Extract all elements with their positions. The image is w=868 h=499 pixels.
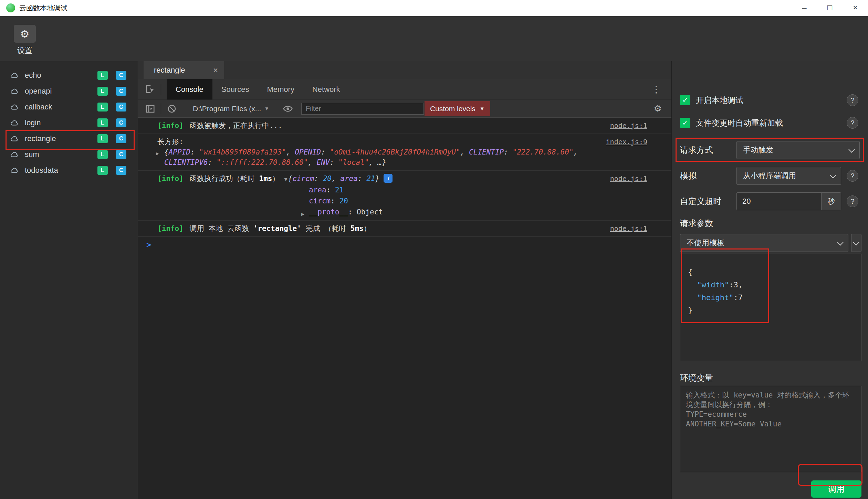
help-icon[interactable]: ? bbox=[847, 117, 858, 129]
params-template-select[interactable]: 不使用模板 bbox=[680, 234, 848, 252]
source-link[interactable]: node.js:1 bbox=[610, 120, 647, 131]
kebab-menu-icon[interactable]: ⋮ bbox=[651, 84, 661, 95]
close-button[interactable]: × bbox=[843, 0, 868, 16]
message-line: [info]函数执行成功（耗时 1ms）▼{circm: 20, area: 2… bbox=[157, 173, 603, 184]
function-item-todosdata[interactable]: todosdata L C bbox=[0, 162, 138, 178]
request-params-label: 请求参数 bbox=[680, 218, 713, 229]
help-icon[interactable]: ? bbox=[847, 170, 858, 182]
console-sidebar-icon[interactable] bbox=[145, 104, 155, 114]
tab-close-icon[interactable]: × bbox=[213, 65, 218, 75]
function-item-callback[interactable]: callback L C bbox=[0, 99, 138, 115]
app-window: ⚙ 设置 echo L C openapi L C bbox=[0, 16, 868, 499]
function-item-login[interactable]: login L C bbox=[0, 115, 138, 131]
cloud-icon bbox=[10, 103, 19, 112]
invoke-button[interactable]: 调用 bbox=[811, 480, 861, 498]
local-badge[interactable]: L bbox=[97, 103, 108, 112]
source-link[interactable]: node.js:1 bbox=[610, 173, 647, 184]
local-badge[interactable]: L bbox=[97, 87, 108, 96]
collapse-arrow-icon[interactable]: ▼ bbox=[284, 176, 287, 182]
json-line: "height":7 bbox=[688, 291, 854, 304]
expand-arrow-icon[interactable]: ▶ bbox=[156, 148, 159, 159]
auto-reload-checkbox[interactable]: ✓ bbox=[680, 118, 690, 128]
function-item-openapi[interactable]: openapi L C bbox=[0, 83, 138, 99]
javascript-context-dropdown[interactable]: D:\Program Files (x... ▾ bbox=[193, 105, 268, 113]
message-text: 调用 本地 云函数 'rectangle' 完成 （耗时 5ms） bbox=[190, 224, 371, 233]
function-item-rectangle[interactable]: rectangle L C bbox=[0, 131, 138, 147]
source-link[interactable]: node.js:1 bbox=[610, 223, 647, 234]
object-proto-row[interactable]: ▶__proto__: Object bbox=[309, 206, 603, 217]
function-item-sum[interactable]: sum L C bbox=[0, 147, 138, 162]
object-property[interactable]: circm: 20 bbox=[309, 195, 603, 206]
timeout-input[interactable] bbox=[737, 193, 821, 210]
settings-button[interactable]: ⚙ bbox=[14, 25, 36, 43]
console-message: [info]函数被触发，正在执行中... node.js:1 bbox=[138, 118, 671, 134]
source-link[interactable]: index.js:9 bbox=[606, 137, 647, 147]
function-badges: L C bbox=[97, 166, 126, 175]
object-preview[interactable]: {APPID: "wx14b895f089afa193", OPENID: "o… bbox=[164, 148, 578, 167]
object-preview[interactable]: {circm: 20, area: 21} bbox=[288, 174, 379, 183]
request-params-editor[interactable]: { "width":3, "height":7} bbox=[680, 254, 861, 361]
help-icon[interactable]: ? bbox=[847, 94, 858, 106]
console-settings-gear-icon[interactable]: ⚙ bbox=[654, 103, 662, 114]
object-log: ▶ {APPID: "wx14b895f089afa193", OPENID: … bbox=[157, 147, 603, 168]
env-vars-label: 环境变量 bbox=[680, 372, 713, 383]
function-item-echo[interactable]: echo L C bbox=[0, 67, 138, 83]
info-level-badge: [info] bbox=[157, 224, 184, 233]
local-badge[interactable]: L bbox=[97, 134, 108, 143]
log-levels-button[interactable]: Custom levels ▼ bbox=[425, 101, 490, 116]
cloud-badge[interactable]: C bbox=[116, 118, 126, 127]
tab-memory[interactable]: Memory bbox=[258, 79, 303, 99]
object-property[interactable]: area: 21 bbox=[309, 184, 603, 195]
expand-arrow-icon[interactable]: ▶ bbox=[301, 209, 304, 220]
tab-console[interactable]: Console bbox=[167, 79, 212, 99]
auto-reload-label: 文件变更时自动重新加载 bbox=[696, 118, 783, 128]
tab-sources[interactable]: Sources bbox=[212, 79, 258, 99]
message-text: 函数执行成功（耗时 1ms） bbox=[190, 174, 280, 183]
function-name: rectangle bbox=[25, 131, 56, 147]
cloud-badge[interactable]: C bbox=[116, 87, 126, 96]
tab-rectangle[interactable]: rectangle × bbox=[144, 61, 224, 79]
json-line: "width":3, bbox=[688, 278, 854, 291]
local-badge[interactable]: L bbox=[97, 71, 108, 80]
function-name: todosdata bbox=[25, 162, 58, 178]
settings-toolbar: ⚙ 设置 bbox=[0, 16, 868, 62]
minimize-button[interactable]: – bbox=[792, 0, 817, 16]
cloud-badge[interactable]: C bbox=[116, 134, 126, 143]
cloud-badge[interactable]: C bbox=[116, 103, 126, 112]
simulate-select[interactable]: 从小程序端调用 bbox=[736, 167, 841, 185]
local-badge[interactable]: L bbox=[97, 150, 108, 159]
tab-network[interactable]: Network bbox=[303, 79, 349, 99]
help-icon[interactable]: ? bbox=[847, 195, 858, 207]
template-expand-button[interactable] bbox=[851, 234, 861, 252]
live-expression-eye-icon[interactable] bbox=[283, 104, 293, 114]
prompt-chevron-icon: > bbox=[146, 240, 151, 249]
env-vars-textarea[interactable] bbox=[680, 386, 861, 472]
inspect-element-icon[interactable] bbox=[145, 84, 155, 94]
simulate-value: 从小程序端调用 bbox=[743, 171, 796, 181]
local-badge[interactable]: L bbox=[97, 118, 108, 127]
cloud-badge[interactable]: C bbox=[116, 166, 126, 175]
invoke-button-label: 调用 bbox=[828, 484, 845, 495]
request-method-select[interactable]: 手动触发 bbox=[736, 141, 860, 159]
filter-input[interactable] bbox=[301, 103, 424, 115]
chevron-down-icon: ▾ bbox=[265, 105, 268, 112]
json-line: } bbox=[688, 304, 854, 317]
local-debug-checkbox[interactable]: ✓ bbox=[680, 95, 690, 105]
divider bbox=[161, 103, 161, 114]
info-level-badge: [info] bbox=[157, 121, 184, 130]
info-source-icon[interactable]: i bbox=[384, 174, 393, 183]
clear-console-icon[interactable] bbox=[167, 104, 177, 114]
chevron-down-icon bbox=[853, 239, 859, 245]
cloud-badge[interactable]: C bbox=[116, 150, 126, 159]
console-prompt[interactable]: > bbox=[138, 237, 671, 253]
cloud-badge[interactable]: C bbox=[116, 71, 126, 80]
maximize-button[interactable]: □ bbox=[817, 0, 843, 16]
function-name: openapi bbox=[25, 83, 52, 99]
info-level-badge: [info] bbox=[157, 174, 184, 183]
dropdown-arrow-icon: ▼ bbox=[480, 106, 485, 112]
request-method-label: 请求方式 bbox=[680, 141, 713, 159]
local-badge[interactable]: L bbox=[97, 166, 108, 175]
function-badges: L C bbox=[97, 134, 126, 143]
main-area: rectangle × Console Sources Memory Netwo… bbox=[138, 61, 671, 499]
window-controls: – □ × bbox=[792, 0, 868, 16]
